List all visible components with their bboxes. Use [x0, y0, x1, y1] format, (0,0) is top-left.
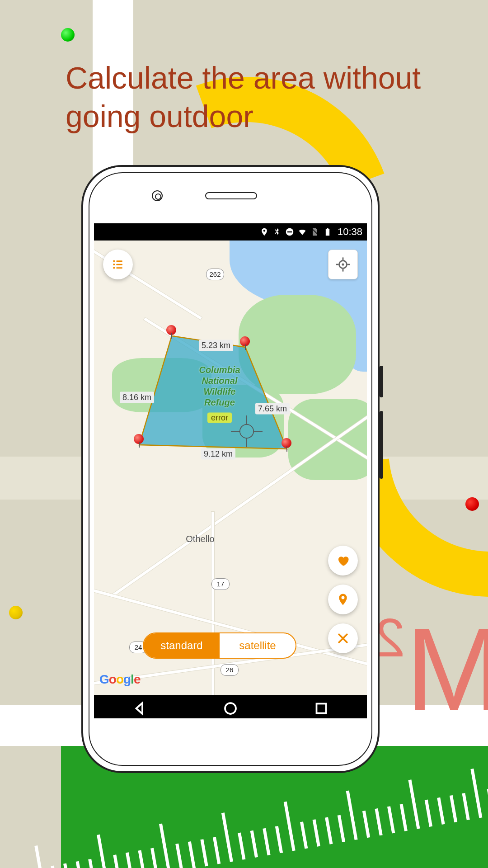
map-type-satellite[interactable]: satellite [220, 633, 296, 658]
battery-icon [323, 227, 332, 236]
status-bar: 10:38 [94, 223, 367, 241]
dot-decoration [465, 497, 479, 511]
back-icon [131, 700, 148, 717]
wifi-icon [298, 227, 307, 236]
menu-button[interactable] [103, 250, 133, 279]
svg-rect-9 [116, 260, 122, 262]
phone-camera [152, 190, 163, 201]
close-icon [336, 632, 350, 645]
edge-length-label: 9.12 km [201, 448, 235, 460]
bluetooth-icon [272, 227, 282, 236]
close-button[interactable] [328, 623, 358, 653]
phone-frame: 10:38 262 17 24 26 Othello [81, 165, 380, 773]
svg-point-8 [113, 260, 115, 262]
action-fab-stack [328, 546, 358, 653]
polygon-vertex-pin[interactable] [282, 438, 292, 449]
pin-icon [336, 593, 350, 606]
dot-decoration [9, 606, 23, 619]
headline: Calculate the area without going outdoor [66, 59, 427, 136]
area-polygon[interactable]: 5.23 km 7.65 km 9.12 km 8.16 km Columbia… [130, 327, 311, 472]
map-type-standard[interactable]: standard [144, 633, 220, 658]
recents-icon [313, 700, 329, 717]
refuge-name-label: Columbia National Wildlife Refuge [199, 364, 240, 408]
city-label: Othello [186, 534, 214, 544]
status-time: 10:38 [338, 226, 362, 238]
polygon-vertex-pin[interactable] [134, 434, 145, 445]
edge-length-label: 7.65 km [255, 403, 290, 415]
phone-side-button [380, 411, 383, 479]
heart-icon [336, 554, 350, 567]
back-button[interactable] [131, 700, 148, 718]
favorite-button[interactable] [328, 546, 358, 576]
no-sim-icon [310, 227, 319, 236]
edge-length-label: 8.16 km [120, 392, 154, 403]
edge-length-label: 5.23 km [199, 340, 233, 351]
road-shield: 17 [211, 578, 230, 590]
polygon-vertex-pin[interactable] [166, 325, 177, 336]
recents-button[interactable] [313, 700, 329, 718]
crosshair-icon [335, 257, 351, 272]
google-attribution: Google [99, 672, 140, 687]
svg-point-12 [113, 267, 115, 269]
home-button[interactable] [222, 700, 239, 718]
locate-me-button[interactable] [328, 250, 358, 279]
list-icon [111, 258, 125, 271]
road-shield: 262 [206, 269, 224, 280]
phone-screen: 10:38 262 17 24 26 Othello [94, 223, 367, 718]
dnd-icon [285, 227, 294, 236]
dot-decoration [61, 28, 75, 42]
phone-speaker [205, 192, 257, 199]
android-nav-bar [94, 695, 367, 718]
add-marker-button[interactable] [328, 585, 358, 614]
svg-point-10 [113, 264, 115, 265]
map-canvas[interactable]: 262 17 24 26 Othello 5.23 km 7.65 km 9.1… [94, 241, 367, 695]
svg-rect-1 [287, 231, 292, 233]
phone-side-button [380, 366, 383, 397]
svg-rect-11 [116, 264, 122, 265]
svg-rect-21 [317, 704, 326, 713]
map-type-toggle[interactable]: standard satellite [143, 632, 296, 659]
bg-unit-text: M2 [375, 610, 488, 728]
area-error-label: error [207, 413, 232, 423]
svg-point-20 [225, 703, 236, 714]
polygon-vertex-pin[interactable] [240, 336, 251, 347]
location-icon [260, 227, 269, 236]
home-icon [222, 700, 239, 717]
svg-rect-13 [116, 267, 122, 269]
svg-point-15 [342, 263, 344, 265]
road-shield: 26 [221, 664, 239, 676]
